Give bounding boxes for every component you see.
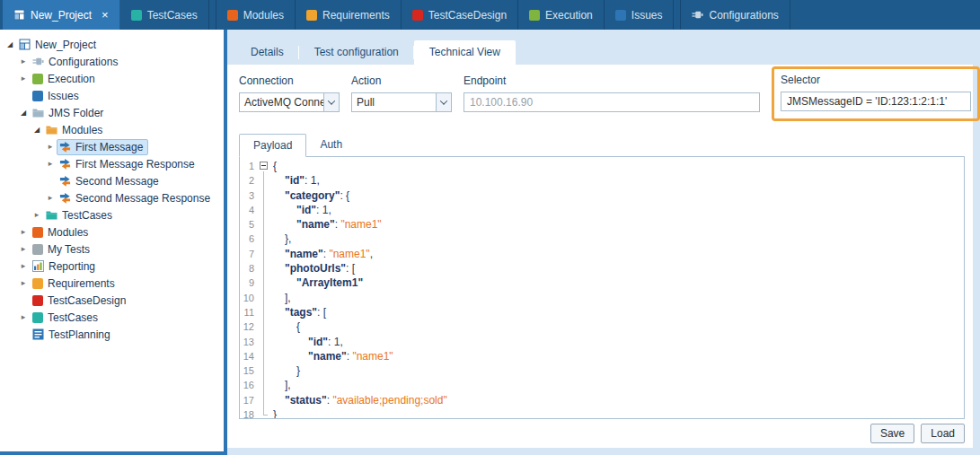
requirements-icon — [32, 278, 43, 289]
code-text[interactable]: { — [270, 159, 277, 173]
tree-node[interactable]: First Message Response — [57, 156, 200, 172]
tree-node[interactable]: First Message — [57, 139, 148, 155]
editor-line: 13"id": 1, — [240, 335, 964, 349]
expander-collapsed-icon[interactable]: ▸ — [17, 309, 30, 326]
tree-node[interactable]: Issues — [30, 88, 84, 104]
tree-node[interactable]: Modules — [43, 122, 108, 138]
tree-item-new-project[interactable]: ◢New_Project — [0, 36, 224, 53]
tree-node[interactable]: Reporting — [30, 258, 101, 275]
tree-node[interactable]: New_Project — [16, 37, 102, 53]
code-text[interactable]: "id": 1, — [270, 203, 331, 217]
tree-node[interactable]: Configurations — [30, 54, 123, 70]
code-text[interactable]: ], — [270, 378, 291, 392]
tree-node[interactable]: TestCaseDesign — [30, 293, 131, 309]
expander-collapsed-icon[interactable]: ▸ — [31, 206, 43, 223]
fold-gutter — [258, 247, 270, 261]
endpoint-input[interactable] — [464, 92, 760, 112]
expander-collapsed-icon[interactable]: ▸ — [17, 53, 30, 70]
expander-collapsed-icon[interactable]: ▸ — [17, 241, 30, 258]
code-text[interactable]: "tags": [ — [270, 305, 326, 319]
top-tab-modules[interactable]: Modules — [216, 0, 296, 30]
expander-expanded-icon[interactable]: ◢ — [17, 104, 30, 121]
tree-node[interactable]: TestCases — [43, 207, 118, 223]
expander-collapsed-icon[interactable]: ▸ — [44, 138, 57, 155]
tree-item-my-tests[interactable]: ▸My Tests — [0, 241, 224, 258]
top-tab-testcasedesign[interactable]: TestCaseDesign — [402, 0, 518, 30]
tab-auth[interactable]: Auth — [306, 134, 356, 157]
tree-node[interactable]: Execution — [30, 71, 101, 87]
tree-item-testcases[interactable]: ▸TestCases — [0, 309, 224, 326]
close-tab-icon[interactable]: × — [102, 9, 109, 21]
tree-item-modules[interactable]: ▸Modules — [0, 223, 224, 241]
tree-item-second-message[interactable]: Second Message — [0, 172, 224, 189]
tree-item-reporting[interactable]: ▸Reporting — [0, 258, 224, 275]
top-tab-execution[interactable]: Execution — [518, 0, 605, 30]
tree-item-jms-folder[interactable]: ◢JMS Folder — [0, 104, 224, 121]
tree-node[interactable]: My Tests — [30, 241, 95, 258]
dropdown-arrow-icon[interactable] — [436, 93, 451, 111]
code-text[interactable]: "ArrayItem1" — [270, 276, 363, 290]
expander-collapsed-icon[interactable]: ▸ — [17, 258, 30, 275]
expander-collapsed-icon[interactable]: ▸ — [17, 70, 30, 87]
tree-item-first-message[interactable]: ▸First Message — [0, 138, 224, 155]
tree-item-issues[interactable]: Issues — [0, 87, 224, 104]
tree-item-modules[interactable]: ◢Modules — [0, 121, 224, 138]
top-tab-new-project[interactable]: New_Project× — [3, 0, 120, 30]
load-button[interactable]: Load — [921, 424, 965, 443]
expander-expanded-icon[interactable]: ◢ — [4, 36, 16, 53]
code-text[interactable]: }, — [270, 232, 291, 246]
tab-details[interactable]: Details — [235, 40, 299, 65]
tree-item-testplanning[interactable]: TestPlanning — [0, 326, 224, 343]
tree-item-requirements[interactable]: ▸Requirements — [0, 275, 224, 292]
code-text[interactable]: "id": 1, — [270, 173, 320, 188]
expander-collapsed-icon[interactable]: ▸ — [44, 189, 57, 206]
code-text[interactable]: { — [270, 319, 300, 334]
tree-node[interactable]: TestPlanning — [30, 327, 116, 343]
code-text[interactable]: "id": 1, — [270, 335, 343, 349]
top-tab-testcases[interactable]: TestCases — [120, 0, 209, 30]
payload-tab-bar: Payload Auth — [239, 134, 973, 157]
top-tab-requirements[interactable]: Requirements — [296, 0, 402, 30]
expander-expanded-icon[interactable]: ◢ — [31, 121, 43, 138]
code-text[interactable]: "name": "name1" — [270, 217, 382, 232]
expander-collapsed-icon[interactable]: ▸ — [44, 155, 57, 172]
tree-item-configurations[interactable]: ▸Configurations — [0, 53, 224, 70]
code-text[interactable]: } — [270, 407, 277, 419]
tab-test-configuration[interactable]: Test configuration — [299, 40, 414, 65]
tree-item-execution[interactable]: ▸Execution — [0, 70, 224, 87]
tree-node[interactable]: Modules — [30, 224, 93, 241]
payload-editor[interactable]: 1{2"id": 1,3"category": {4"id": 1,5"name… — [239, 156, 965, 419]
code-text[interactable]: ], — [270, 291, 291, 305]
line-number: 16 — [240, 378, 258, 392]
top-tab-issues[interactable]: Issues — [605, 0, 675, 30]
tree-node[interactable]: Second Message Response — [57, 190, 216, 206]
tree-item-first-message-response[interactable]: ▸First Message Response — [0, 155, 224, 172]
my-tests-icon — [32, 244, 43, 255]
code-text[interactable]: "category": { — [270, 188, 349, 203]
expander-collapsed-icon[interactable]: ▸ — [17, 223, 30, 241]
endpoint-field-group: Endpoint — [464, 74, 760, 112]
save-button[interactable]: Save — [870, 424, 914, 443]
top-tab-configurations[interactable]: Configurations — [680, 0, 790, 30]
dropdown-arrow-icon[interactable] — [323, 93, 339, 111]
selector-input[interactable] — [781, 92, 971, 111]
action-select[interactable]: Pull — [351, 92, 452, 112]
code-text[interactable]: "photoUrls": [ — [270, 261, 355, 276]
code-text[interactable]: "status": "available;pending;sold" — [270, 393, 447, 407]
expander-collapsed-icon[interactable]: ▸ — [17, 275, 30, 292]
fold-collapse-icon[interactable] — [260, 162, 268, 170]
code-text[interactable]: "name": "name1" — [270, 349, 393, 363]
tree-item-testcases[interactable]: ▸TestCases — [0, 206, 224, 223]
top-tab-label: Issues — [631, 9, 663, 22]
connection-select[interactable]: ActiveMQ Conne — [239, 92, 340, 112]
code-text[interactable]: "name": "name1", — [270, 247, 373, 261]
tree-node[interactable]: TestCases — [30, 310, 103, 326]
tab-payload[interactable]: Payload — [239, 134, 306, 157]
code-text[interactable]: } — [270, 363, 300, 378]
tree-item-second-message-response[interactable]: ▸Second Message Response — [0, 189, 224, 206]
tree-node[interactable]: Second Message — [57, 173, 164, 189]
tree-node[interactable]: JMS Folder — [30, 105, 109, 121]
tab-technical-view[interactable]: Technical View — [414, 40, 516, 65]
tree-item-testcasedesign[interactable]: TestCaseDesign — [0, 292, 224, 309]
tree-node[interactable]: Requirements — [30, 276, 120, 292]
